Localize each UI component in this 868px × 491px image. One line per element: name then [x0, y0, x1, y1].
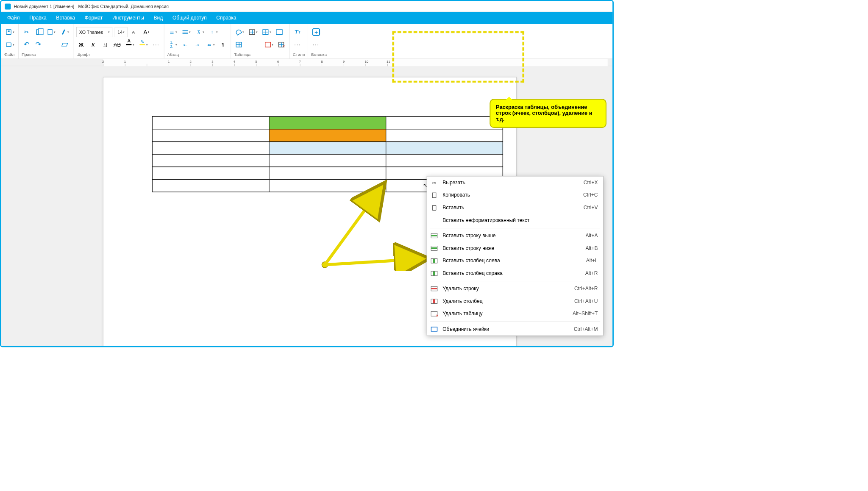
numbered-list-button[interactable]: 1.2.▾	[167, 40, 178, 50]
styles-more-button[interactable]: ···	[293, 40, 303, 50]
align-button[interactable]: ▾	[181, 27, 192, 37]
cm-merge[interactable]: Объединить ячейкиCtrl+Alt+M	[427, 323, 603, 336]
spacing-button[interactable]: ⇔▾	[205, 40, 216, 50]
cm-del-table[interactable]: Удалить таблицуAlt+Shift+T	[427, 308, 603, 320]
highlight-button[interactable]: ▾	[138, 40, 149, 50]
menu-file[interactable]: Файл	[3, 12, 25, 24]
cm-row-above[interactable]: Вставить строку вышеAlt+A	[427, 230, 603, 242]
increase-indent-button[interactable]: ⇥	[193, 40, 203, 50]
copy-button[interactable]	[33, 27, 43, 37]
menu-edit[interactable]: Правка	[25, 12, 51, 24]
bold-button[interactable]: Ж	[76, 40, 86, 50]
cut-button[interactable]: ✂	[22, 27, 31, 37]
cm-cut[interactable]: ВырезатьCtrl+X	[427, 176, 603, 189]
cm-col-left[interactable]: Вставить столбец слеваAlt+L	[427, 255, 603, 267]
cm-paste[interactable]: ВставитьCtrl+V	[427, 202, 603, 214]
undo-button[interactable]: ↶	[22, 40, 31, 50]
app-icon	[5, 3, 11, 9]
insert-button[interactable]: +	[311, 27, 321, 37]
title-bar: Новый документ 1 [Изменен] - МойОфис Ста…	[1, 1, 612, 12]
cell-size-button[interactable]	[234, 40, 244, 50]
menu-insert[interactable]: Вставка	[51, 12, 80, 24]
increase-font-button[interactable]: A+	[142, 27, 151, 37]
merge-cells-button[interactable]	[275, 27, 284, 37]
font-more-button[interactable]: ···	[151, 40, 161, 50]
window-title: Новый документ 1 [Изменен] - МойОфис Ста…	[14, 4, 169, 9]
vertical-align-button[interactable]: ⊼▾	[194, 27, 205, 37]
cm-row-below[interactable]: Вставить строку нижеAlt+B	[427, 242, 603, 255]
decrease-indent-button[interactable]: ⇤	[181, 40, 190, 50]
toolbar: ▾ ▾ Файл ✂ ▾ ▾ ↶ ↶ Правка XO Thames▾ 14▾…	[1, 24, 612, 59]
cm-del-row[interactable]: Удалить строкуCtrl+Alt+R	[427, 283, 603, 295]
font-name-select[interactable]: XO Thames▾	[76, 27, 112, 37]
strikethrough-button[interactable]: AB	[112, 40, 122, 50]
cm-copy[interactable]: КопироватьCtrl+C	[427, 189, 603, 202]
insert-row-button[interactable]: ▾	[261, 27, 272, 37]
annotation-callout: Раскраска таблицы, объединение строк (яч…	[490, 99, 606, 128]
context-menu: ВырезатьCtrl+X КопироватьCtrl+C Вставить…	[427, 176, 604, 336]
menu-help[interactable]: Справка	[211, 12, 241, 24]
ruler[interactable]: 2 1 1 2 3 4 5 6 7 8 9 10 11	[1, 59, 612, 66]
font-color-button[interactable]: ▾	[124, 40, 135, 50]
group-insert: + ··· Вставка	[308, 24, 330, 59]
borders-button[interactable]: ▾	[248, 27, 259, 37]
group-file: ▾ ▾ Файл	[1, 24, 19, 59]
save-button[interactable]: ▾	[4, 27, 15, 37]
delete-row-button[interactable]: ▾	[263, 40, 274, 50]
underline-button[interactable]: Ч	[100, 40, 110, 50]
menu-view[interactable]: Вид	[149, 12, 167, 24]
clear-format-button[interactable]	[60, 40, 70, 50]
cm-col-right[interactable]: Вставить столбец справаAlt+R	[427, 267, 603, 280]
line-spacing-button[interactable]: ↕▾	[208, 27, 219, 37]
group-paragraph: ≣▾ ▾ ⊼▾ ↕▾ 1.2.▾ ⇤ ⇥ ⇔▾ ¶ Абзац	[164, 24, 231, 59]
bullet-list-button[interactable]: ≣▾	[167, 27, 178, 37]
menu-bar: Файл Правка Вставка Формат Инструменты В…	[1, 12, 612, 24]
redo-button[interactable]: ↶	[33, 40, 43, 50]
cm-del-col[interactable]: Удалить столбецCtrl+Alt+U	[427, 295, 603, 308]
group-table: ▾ ▾ ▾ ▾ ✕ Таблица	[231, 24, 290, 59]
styles-button[interactable]: TT	[293, 27, 303, 37]
format-painter-button[interactable]: ▾	[59, 27, 70, 37]
show-marks-button[interactable]: ¶	[218, 40, 228, 50]
cm-paste-plain[interactable]: Вставить неформатированный текст	[427, 214, 603, 227]
delete-table-button[interactable]: ✕	[277, 40, 287, 50]
print-button[interactable]: ▾	[4, 40, 15, 50]
group-font: XO Thames▾ 14▾ A− A+ Ж К Ч AB ▾ ▾ ··· Шр…	[73, 24, 164, 59]
cell-fill-button[interactable]: ▾	[234, 27, 245, 37]
menu-format[interactable]: Формат	[80, 12, 107, 24]
menu-share[interactable]: Общий доступ	[168, 12, 211, 24]
menu-tools[interactable]: Инструменты	[108, 12, 149, 24]
decrease-font-button[interactable]: A−	[130, 27, 139, 37]
group-styles: TT ··· Стили	[290, 24, 308, 59]
font-size-select[interactable]: 14▾	[115, 27, 128, 37]
italic-button[interactable]: К	[89, 40, 98, 50]
paste-button[interactable]: ▾	[45, 27, 56, 37]
insert-more-button[interactable]: ···	[311, 40, 321, 50]
minimize-button[interactable]: —	[603, 3, 609, 10]
group-edit: ✂ ▾ ▾ ↶ ↶ Правка	[19, 24, 73, 59]
